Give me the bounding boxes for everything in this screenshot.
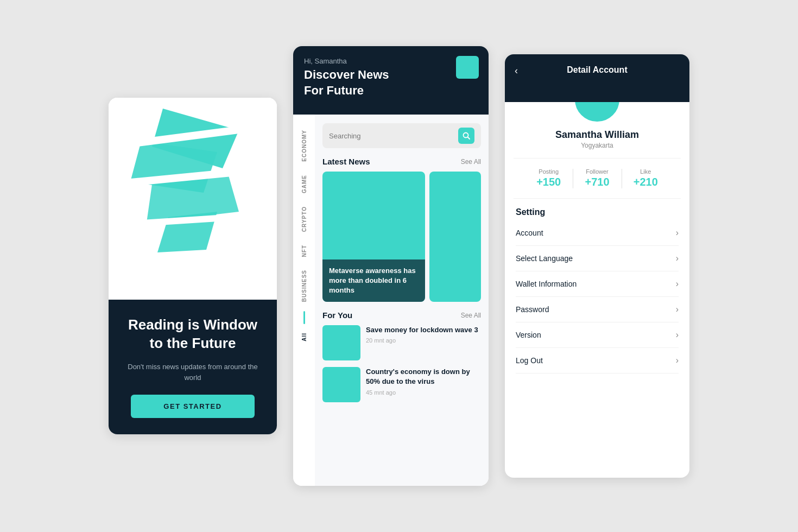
- settings-section: Setting Account › Select Language › Wall…: [505, 199, 689, 373]
- profile-name: Samantha William: [555, 129, 639, 141]
- news-content-2: Country's economy is down by 50% due to …: [366, 367, 481, 395]
- stat-posting-label: Posting: [524, 168, 573, 175]
- search-button[interactable]: [458, 128, 474, 144]
- featured-news-text: Metaverse awareness has more than double…: [322, 259, 425, 302]
- stat-posting: Posting +150: [524, 166, 573, 191]
- onboarding-subtitle: Don't miss news updates from around the …: [125, 362, 261, 383]
- nav-crypto[interactable]: CRYPTO: [301, 200, 307, 238]
- onboarding-hero: [109, 98, 277, 300]
- nav-all[interactable]: All: [301, 326, 307, 348]
- stat-like-label: Like: [622, 168, 670, 175]
- for-you-header: For You See All: [322, 311, 481, 320]
- screen-profile: ‹ Detail Account Samantha William Yogyak…: [505, 54, 689, 478]
- settings-account-label: Account: [516, 229, 543, 237]
- chevron-wallet-icon: ›: [676, 279, 679, 289]
- settings-logout-label: Log Out: [516, 356, 543, 365]
- news-header: Hi, Samantha Discover NewsFor Future: [293, 46, 489, 115]
- chevron-password-icon: ›: [676, 305, 679, 314]
- news-time-2: 45 mnt ago: [366, 389, 481, 396]
- get-started-button[interactable]: GET STARTED: [131, 395, 254, 418]
- onboarding-title: Reading is Window to the Future: [125, 316, 261, 353]
- screen-news-feed: Hi, Samantha Discover NewsFor Future ECO…: [293, 46, 489, 486]
- for-you-section: For You See All Save money for lockdown …: [322, 311, 481, 402]
- news-thumb-1: [322, 325, 360, 360]
- stat-follower-label: Follower: [573, 168, 621, 175]
- headline-text: Discover NewsFor Future: [304, 67, 478, 98]
- stat-follower: Follower +710: [573, 166, 621, 191]
- profile-location: Yogyakarta: [581, 142, 613, 149]
- chevron-version-icon: ›: [676, 330, 679, 340]
- settings-wallet-label: Wallet Information: [516, 280, 577, 288]
- settings-language-label: Select Language: [516, 254, 573, 263]
- profile-header-title: Detail Account: [567, 65, 627, 75]
- news-title-2: Country's economy is down by 50% due to …: [366, 367, 481, 387]
- stats-row: Posting +150 Follower +710 Like +210: [514, 158, 681, 199]
- for-you-title: For You: [322, 311, 352, 320]
- news-card-1[interactable]: Save money for lockdown wave 3 20 mnt ag…: [322, 325, 481, 360]
- nav-economy[interactable]: ECONOMY: [301, 123, 307, 168]
- profile-header: ‹ Detail Account: [505, 54, 689, 102]
- chevron-language-icon: ›: [676, 254, 679, 263]
- nav-nft[interactable]: NFT: [301, 238, 307, 263]
- svg-line-10: [468, 137, 470, 140]
- settings-version-label: Version: [516, 331, 541, 339]
- for-you-see-all[interactable]: See All: [461, 312, 481, 319]
- news-thumb-2: [322, 367, 360, 402]
- settings-logout[interactable]: Log Out ›: [516, 348, 679, 373]
- latest-see-all[interactable]: See All: [461, 158, 481, 166]
- stat-like-value: +210: [622, 176, 670, 188]
- news-card-2[interactable]: Country's economy is down by 50% due to …: [322, 367, 481, 402]
- featured-side-card[interactable]: [429, 172, 481, 302]
- settings-wallet[interactable]: Wallet Information ›: [516, 271, 679, 297]
- onboarding-footer: Reading is Window to the Future Don't mi…: [109, 300, 277, 434]
- settings-list: Account › Select Language › Wallet Infor…: [516, 220, 679, 373]
- user-avatar[interactable]: [456, 56, 479, 79]
- nav-game[interactable]: GAME: [301, 168, 307, 200]
- news-body: ECONOMY GAME CRYPTO NFT BUSINESS All Lat…: [293, 115, 489, 486]
- stat-like: Like +210: [622, 166, 670, 191]
- greeting-text: Hi, Samantha: [304, 57, 478, 65]
- latest-news-title: Latest News: [322, 157, 370, 166]
- news-content: Latest News See All Metaverse awareness …: [315, 115, 489, 486]
- settings-account[interactable]: Account ›: [516, 220, 679, 246]
- settings-password-label: Password: [516, 305, 549, 314]
- news-title-1: Save money for lockdown wave 3: [366, 325, 481, 335]
- featured-main-card[interactable]: Metaverse awareness has more than double…: [322, 172, 425, 302]
- stat-follower-value: +710: [573, 176, 621, 188]
- news-content-1: Save money for lockdown wave 3 20 mnt ag…: [366, 325, 481, 344]
- search-bar: [322, 123, 481, 148]
- settings-language[interactable]: Select Language ›: [516, 246, 679, 271]
- nav-indicator: [303, 311, 305, 324]
- featured-news-container: Metaverse awareness has more than double…: [322, 172, 481, 302]
- chevron-logout-icon: ›: [676, 356, 679, 365]
- settings-title: Setting: [516, 207, 679, 217]
- settings-version[interactable]: Version ›: [516, 322, 679, 348]
- back-button[interactable]: ‹: [515, 65, 518, 77]
- stat-posting-value: +150: [524, 176, 573, 188]
- screen-onboarding: Reading is Window to the Future Don't mi…: [109, 98, 277, 434]
- chevron-account-icon: ›: [676, 228, 679, 238]
- category-sidebar: ECONOMY GAME CRYPTO NFT BUSINESS All: [293, 115, 315, 486]
- latest-news-header: Latest News See All: [322, 157, 481, 166]
- settings-password[interactable]: Password ›: [516, 297, 679, 322]
- nav-business[interactable]: BUSINESS: [301, 263, 307, 308]
- news-time-1: 20 mnt ago: [366, 337, 481, 344]
- search-input[interactable]: [329, 132, 454, 140]
